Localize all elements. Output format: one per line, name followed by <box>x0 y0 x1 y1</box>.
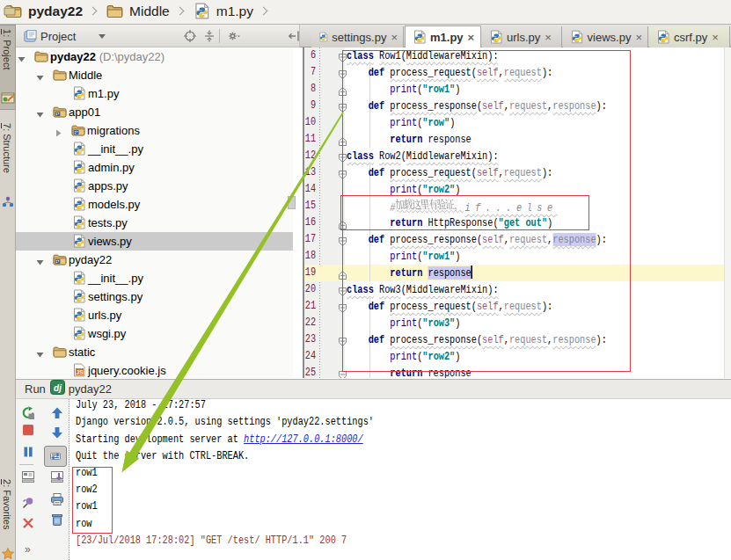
svg-text:JS: JS <box>77 369 84 375</box>
svg-text:dj: dj <box>54 383 62 393</box>
